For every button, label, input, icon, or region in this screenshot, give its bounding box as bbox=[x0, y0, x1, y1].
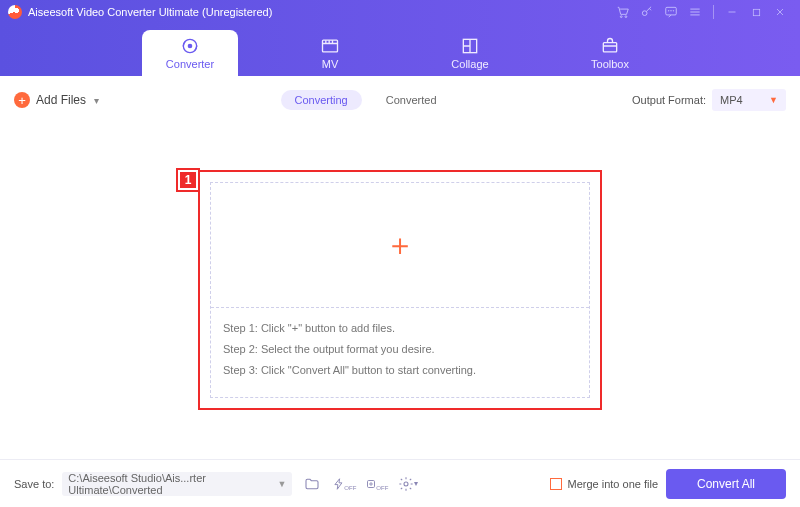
app-title: Aiseesoft Video Converter Ultimate (Unre… bbox=[28, 6, 272, 18]
checkbox-icon bbox=[550, 478, 562, 490]
merge-checkbox[interactable]: Merge into one file bbox=[550, 478, 659, 490]
instruction-step: Step 2: Select the output format you des… bbox=[223, 339, 577, 360]
gpu-accel-button[interactable]: OFF bbox=[364, 472, 388, 496]
svg-point-15 bbox=[404, 482, 408, 486]
chevron-down-icon[interactable]: ▾ bbox=[94, 95, 99, 106]
output-format-select[interactable]: MP4 ▼ bbox=[712, 89, 786, 111]
tab-converter[interactable]: Converter bbox=[142, 30, 238, 76]
svg-point-14 bbox=[370, 482, 372, 484]
svg-point-6 bbox=[673, 11, 674, 12]
add-files-label: Add Files bbox=[36, 93, 86, 107]
svg-point-4 bbox=[668, 11, 669, 12]
save-to-path: C:\Aiseesoft Studio\Ais...rter Ultimate\… bbox=[68, 472, 286, 496]
instruction-step: Step 3: Click "Convert All" button to st… bbox=[223, 360, 577, 381]
convert-all-button[interactable]: Convert All bbox=[666, 469, 786, 499]
tab-label: Toolbox bbox=[591, 58, 629, 70]
merge-label: Merge into one file bbox=[568, 478, 659, 490]
svg-point-1 bbox=[625, 16, 627, 18]
open-folder-button[interactable] bbox=[300, 472, 324, 496]
svg-rect-13 bbox=[368, 480, 375, 487]
hw-accel-button[interactable]: OFF bbox=[332, 472, 356, 496]
instruction-list: Step 1: Click "+" button to add files. S… bbox=[211, 307, 589, 397]
chevron-down-icon: ▼ bbox=[277, 479, 286, 489]
main-panel: + Add Files ▾ Converting Converted Outpu… bbox=[0, 76, 800, 456]
main-nav: Converter MV Collage Toolbox bbox=[0, 24, 800, 76]
svg-point-9 bbox=[188, 44, 191, 47]
app-logo-icon bbox=[8, 5, 22, 19]
cart-icon[interactable] bbox=[611, 0, 635, 24]
status-tabs: Converting Converted bbox=[281, 90, 451, 110]
svg-rect-10 bbox=[323, 40, 338, 52]
output-format-value: MP4 bbox=[720, 94, 743, 106]
minimize-icon[interactable] bbox=[720, 0, 744, 24]
svg-rect-7 bbox=[753, 9, 759, 15]
tab-label: MV bbox=[322, 58, 339, 70]
annotation-badge: 1 bbox=[178, 170, 198, 190]
divider bbox=[713, 5, 714, 19]
plus-icon: + bbox=[14, 92, 30, 108]
maximize-icon[interactable] bbox=[744, 0, 768, 24]
add-files-dropzone[interactable]: ＋ bbox=[211, 183, 589, 307]
add-files-button[interactable]: + Add Files ▾ bbox=[14, 92, 99, 108]
footer-bar: Save to: C:\Aiseesoft Studio\Ais...rter … bbox=[0, 459, 800, 507]
tab-converted[interactable]: Converted bbox=[372, 90, 451, 110]
close-icon[interactable] bbox=[768, 0, 792, 24]
svg-point-0 bbox=[620, 16, 622, 18]
svg-point-5 bbox=[671, 11, 672, 12]
annotation-highlight: 1 ＋ Step 1: Click "+" button to add file… bbox=[198, 170, 602, 410]
svg-point-2 bbox=[642, 11, 647, 16]
plus-icon: ＋ bbox=[385, 225, 415, 266]
chevron-down-icon: ▼ bbox=[769, 95, 778, 105]
drop-area: ＋ Step 1: Click "+" button to add files.… bbox=[210, 182, 590, 398]
menu-icon[interactable] bbox=[683, 0, 707, 24]
svg-rect-12 bbox=[603, 43, 616, 52]
title-bar: Aiseesoft Video Converter Ultimate (Unre… bbox=[0, 0, 800, 24]
settings-button[interactable]: ▾ bbox=[396, 472, 420, 496]
key-icon[interactable] bbox=[635, 0, 659, 24]
tab-collage[interactable]: Collage bbox=[422, 30, 518, 76]
save-to-path-select[interactable]: C:\Aiseesoft Studio\Ais...rter Ultimate\… bbox=[62, 472, 292, 496]
tab-label: Collage bbox=[451, 58, 488, 70]
tab-mv[interactable]: MV bbox=[282, 30, 378, 76]
tab-converting[interactable]: Converting bbox=[281, 90, 362, 110]
tab-toolbox[interactable]: Toolbox bbox=[562, 30, 658, 76]
save-to-label: Save to: bbox=[14, 478, 54, 490]
output-format-label: Output Format: bbox=[632, 94, 706, 106]
instruction-step: Step 1: Click "+" button to add files. bbox=[223, 318, 577, 339]
output-format: Output Format: MP4 ▼ bbox=[632, 89, 786, 111]
tab-label: Converter bbox=[166, 58, 214, 70]
feedback-icon[interactable] bbox=[659, 0, 683, 24]
main-toolbar: + Add Files ▾ Converting Converted Outpu… bbox=[14, 86, 786, 114]
